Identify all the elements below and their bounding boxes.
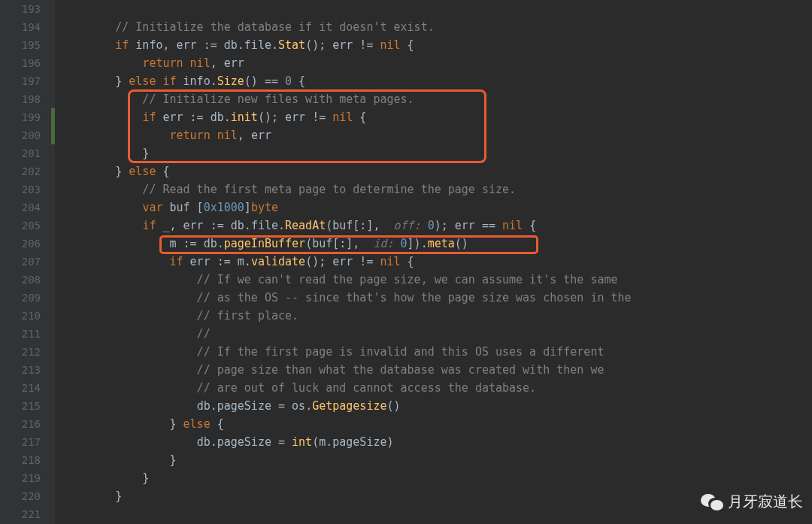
line-number: 202 xyxy=(6,162,41,180)
line-number: 200 xyxy=(6,126,41,144)
line-number: 206 xyxy=(6,235,41,253)
code-line[interactable]: db.pageSize = os.Getpagesize() xyxy=(61,397,812,415)
code-line[interactable]: // Read the first meta page to determine… xyxy=(61,180,812,198)
line-number: 211 xyxy=(6,325,41,343)
line-number: 212 xyxy=(6,343,41,361)
line-number: 205 xyxy=(6,217,41,235)
line-number: 201 xyxy=(6,144,41,162)
code-line[interactable]: } else { xyxy=(61,162,812,180)
code-line[interactable]: m := db.pageInBuffer(buf[:], id: 0]).met… xyxy=(61,235,812,253)
line-number: 210 xyxy=(6,307,41,325)
code-line[interactable]: if _, err := db.file.ReadAt(buf[:], off:… xyxy=(61,217,812,235)
line-number: 214 xyxy=(6,379,41,397)
line-number: 209 xyxy=(6,289,41,307)
line-number: 195 xyxy=(6,36,41,54)
code-line[interactable]: // Initialize new files with meta pages. xyxy=(61,90,812,108)
watermark: 月牙寂道长 xyxy=(701,492,803,512)
code-line[interactable]: var buf [0x1000]byte xyxy=(61,198,812,217)
line-number: 207 xyxy=(6,253,41,271)
code-line[interactable] xyxy=(61,505,812,523)
line-number: 216 xyxy=(6,415,41,433)
code-line[interactable]: // as the OS -- since that's how the pag… xyxy=(61,289,812,307)
line-number-gutter: 1931941951961971981992002012022032042052… xyxy=(0,0,51,524)
line-number: 217 xyxy=(6,433,41,451)
line-number: 213 xyxy=(6,361,41,379)
code-line[interactable]: // xyxy=(61,325,812,343)
code-line[interactable]: } else if info.Size() == 0 { xyxy=(61,72,812,90)
code-area[interactable]: // Initialize the database if it doesn't… xyxy=(55,0,812,524)
line-number: 220 xyxy=(6,487,41,505)
line-number: 204 xyxy=(6,198,41,217)
line-number: 196 xyxy=(6,54,41,72)
code-line[interactable]: } else { xyxy=(61,415,812,433)
code-line[interactable]: // are out of luck and cannot access the… xyxy=(61,379,812,397)
line-number: 215 xyxy=(6,397,41,415)
line-number: 208 xyxy=(6,271,41,289)
code-line[interactable]: if err := db.init(); err != nil { xyxy=(61,108,812,126)
line-number: 199 xyxy=(6,108,41,126)
code-line[interactable]: return nil, err xyxy=(61,126,812,144)
wechat-icon xyxy=(701,492,723,512)
line-number: 197 xyxy=(6,72,41,90)
line-number: 221 xyxy=(6,505,41,523)
code-line[interactable]: // page size than what the database was … xyxy=(61,361,812,379)
code-line[interactable] xyxy=(61,0,812,18)
code-line[interactable]: // Initialize the database if it doesn't… xyxy=(61,18,812,36)
code-line[interactable]: if err := m.validate(); err != nil { xyxy=(61,253,812,271)
code-line[interactable]: } xyxy=(61,144,812,162)
code-line[interactable]: // If the first page is invalid and this… xyxy=(61,343,812,361)
code-line[interactable]: } xyxy=(61,469,812,487)
line-number: 218 xyxy=(6,451,41,469)
line-number: 194 xyxy=(6,18,41,36)
line-number: 203 xyxy=(6,180,41,198)
watermark-text: 月牙寂道长 xyxy=(728,492,803,512)
line-number: 198 xyxy=(6,90,41,108)
code-line[interactable]: if info, err := db.file.Stat(); err != n… xyxy=(61,36,812,54)
code-line[interactable]: } xyxy=(61,451,812,469)
code-line[interactable]: // If we can't read the page size, we ca… xyxy=(61,271,812,289)
code-line[interactable]: db.pageSize = int(m.pageSize) xyxy=(61,433,812,451)
line-number: 193 xyxy=(6,0,41,18)
code-line[interactable]: } xyxy=(61,487,812,505)
code-editor: 1931941951961971981992002012022032042052… xyxy=(0,0,812,524)
code-line[interactable]: // first place. xyxy=(61,307,812,325)
line-number: 219 xyxy=(6,469,41,487)
code-line[interactable]: return nil, err xyxy=(61,54,812,72)
